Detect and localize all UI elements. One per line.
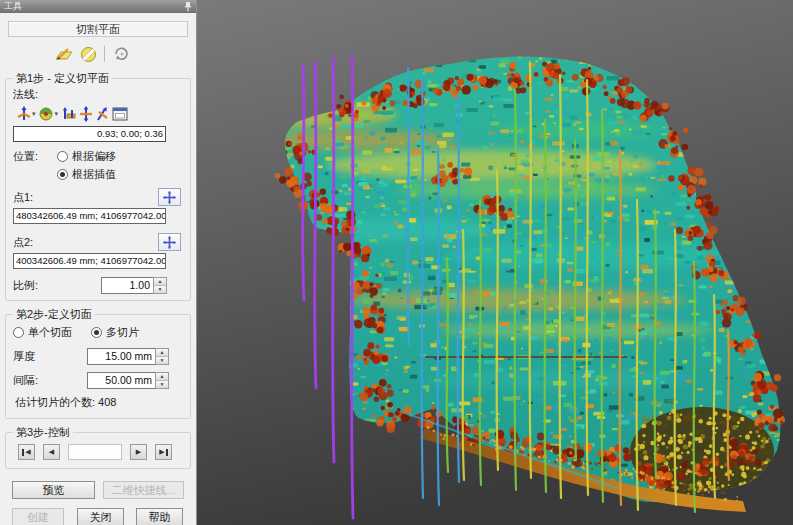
thickness-spin-buttons: ▲ ▼ (155, 348, 169, 365)
radio-by-offset[interactable]: 根据偏移 (57, 149, 116, 164)
step2-legend: 第2步-定义切面 (13, 307, 95, 322)
section-header: 切割平面 (8, 21, 188, 37)
normal-dialog-icon (112, 107, 128, 121)
point1-pick-button[interactable] (158, 188, 181, 206)
two-point-normal-icon (61, 106, 77, 122)
axis-direction-button[interactable] (15, 105, 32, 122)
scale-spin-buttons: ▲ ▼ (153, 277, 167, 294)
two-point-normal-button[interactable] (60, 105, 77, 122)
radio-multi-circle[interactable] (91, 327, 102, 338)
pick-object-icon (113, 46, 130, 63)
next-slice-button[interactable]: ▶ (130, 444, 147, 460)
first-bar (22, 449, 24, 456)
radio-by-value[interactable]: 根据插值 (57, 167, 116, 182)
section-header-label: 切割平面 (76, 23, 120, 35)
point1-value-field[interactable]: 480342606.49 mm; 4106977042.00 mm (13, 208, 166, 224)
normal-value-field[interactable]: 0.93; 0.00; 0.36 (13, 126, 166, 142)
scale-down-button[interactable]: ▼ (154, 286, 166, 293)
radio-by-value-label: 根据插值 (72, 167, 116, 182)
prev-arrow: ◀ (49, 448, 54, 456)
next-arrow: ▶ (136, 448, 141, 456)
pick-object-button[interactable] (109, 43, 133, 65)
edit-plane-icon (55, 46, 73, 62)
cut-toolbar (52, 43, 196, 65)
app-window: 工具 切割平面 (0, 0, 793, 525)
scale-label: 比例: (13, 278, 101, 293)
point2-pick-button[interactable] (158, 233, 181, 251)
invert-normal-button[interactable] (77, 105, 94, 122)
last-arrow: ▶ (159, 448, 164, 456)
panel-titlebar[interactable]: 工具 (0, 0, 196, 13)
step1-legend: 第1步 - 定义切平面 (13, 71, 112, 86)
shortcut-2d-button[interactable]: 二维快捷线... (103, 481, 184, 499)
step3-group: 第3步-控制 ◀ ◀ ▶ ▶ (5, 425, 191, 469)
spacing-down-button[interactable]: ▼ (156, 381, 168, 388)
spacing-up-button[interactable]: ▲ (156, 373, 168, 381)
edit-plane-button[interactable] (52, 43, 76, 65)
first-arrow: ◀ (25, 448, 30, 456)
axis-direction-icon (16, 106, 32, 122)
scale-spinner: 1.00 ▲ ▼ (101, 277, 167, 294)
slice-index-field[interactable] (68, 444, 122, 460)
previous-slice-button[interactable]: ◀ (43, 444, 60, 460)
view-direction-button[interactable] (38, 105, 55, 122)
pin-icon[interactable] (184, 1, 192, 12)
invert-normal-icon (78, 106, 94, 122)
sphere-section-button[interactable] (76, 43, 100, 65)
preview-button[interactable]: 预览 (12, 481, 95, 499)
normal-label: 法线: (13, 87, 183, 102)
spacing-value-field[interactable]: 50.00 mm (87, 372, 155, 389)
point2-value-field[interactable]: 400342606.49 mm; 4106977042.00 mm (13, 253, 166, 269)
crosshair-icon (163, 191, 176, 204)
thickness-value-field[interactable]: 15.00 mm (87, 348, 155, 365)
point1-label: 点1: (13, 190, 33, 205)
radio-single-section[interactable]: 单个切面 (13, 325, 91, 340)
scale-value-field[interactable]: 1.00 (101, 277, 153, 294)
axis-direction-dropdown[interactable]: ▾ (32, 110, 36, 118)
toolbar-separator (104, 46, 105, 62)
scale-up-button[interactable]: ▲ (154, 278, 166, 286)
slice-count-estimate: 估计切片的个数: 408 (15, 395, 181, 410)
view-direction-icon (38, 106, 54, 122)
point2-label: 点2: (13, 235, 33, 250)
radio-multi-label: 多切片 (106, 325, 139, 340)
create-button[interactable]: 创建 (12, 508, 64, 525)
align-normal-icon (95, 106, 111, 122)
tools-panel: 工具 切割平面 (0, 0, 197, 525)
radio-single-circle[interactable] (13, 327, 24, 338)
radio-by-value-circle[interactable] (57, 169, 68, 180)
thickness-down-button[interactable]: ▼ (156, 357, 168, 364)
last-bar (166, 449, 168, 456)
panel-title: 工具 (4, 0, 22, 13)
3d-viewport[interactable] (197, 0, 793, 525)
spacing-spinner: 50.00 mm ▲ ▼ (87, 372, 169, 389)
radio-single-label: 单个切面 (28, 325, 72, 340)
last-slice-button[interactable]: ▶ (155, 444, 172, 460)
radio-multi-slice[interactable]: 多切片 (91, 325, 139, 340)
help-button[interactable]: 帮助 (136, 508, 183, 525)
step3-legend: 第3步-控制 (13, 425, 73, 440)
step1-group: 第1步 - 定义切平面 法线: ▾ (5, 71, 191, 301)
first-slice-button[interactable]: ◀ (18, 444, 35, 460)
crosshair-icon (163, 236, 176, 249)
close-button[interactable]: 关闭 (77, 508, 124, 525)
thickness-label: 厚度 (13, 349, 87, 364)
radio-by-offset-label: 根据偏移 (72, 149, 116, 164)
radio-by-offset-circle[interactable] (57, 151, 68, 162)
view-direction-dropdown[interactable]: ▾ (55, 110, 59, 118)
spacing-label: 间隔: (13, 373, 87, 388)
sphere-section-icon (80, 46, 97, 63)
thickness-up-button[interactable]: ▲ (156, 349, 168, 357)
normal-toolbar: ▾ ▾ (15, 105, 183, 122)
position-label: 位置: (13, 149, 57, 164)
step2-group: 第2步-定义切面 单个切面 多切片 厚度 15.00 mm ▲ ▼ (5, 307, 191, 419)
thickness-spinner: 15.00 mm ▲ ▼ (87, 348, 169, 365)
spacing-spin-buttons: ▲ ▼ (155, 372, 169, 389)
normal-dialog-button[interactable] (111, 105, 128, 122)
align-normal-button[interactable] (94, 105, 111, 122)
